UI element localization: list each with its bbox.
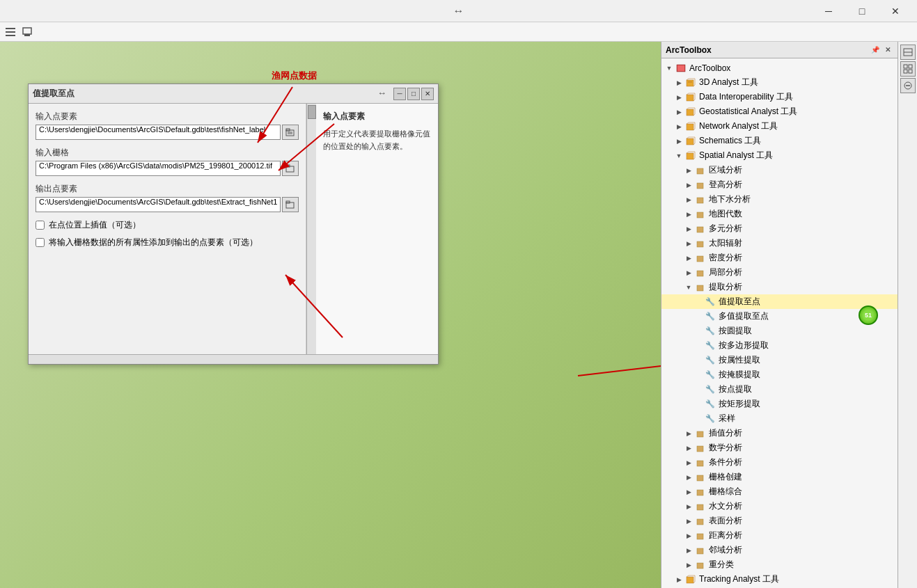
toolbox-pin-btn[interactable]: 📌 bbox=[870, 45, 881, 56]
tree-item-extract-circle[interactable]: 🔧 按圆提取 bbox=[661, 324, 898, 338]
tree-item-density[interactable]: ▶ 密度分析 bbox=[661, 251, 898, 265]
tree-item-extract-point2[interactable]: 🔧 按点提取 bbox=[661, 382, 898, 397]
dialog-close-btn[interactable]: ✕ bbox=[421, 88, 434, 100]
label-conditional: 条件分析 bbox=[709, 456, 742, 468]
tree-item-distance[interactable]: ▶ 距离分析 bbox=[661, 528, 898, 543]
minimize-button[interactable]: ─ bbox=[813, 1, 845, 21]
expand-conditional[interactable]: ▶ bbox=[684, 458, 693, 468]
expand-geo[interactable]: ▶ bbox=[674, 107, 684, 117]
tree-item-extract[interactable]: ▼ 提取分析 bbox=[661, 280, 898, 294]
expand-interpolation[interactable]: ▶ bbox=[684, 429, 693, 438]
right-panel-btn2[interactable] bbox=[900, 61, 916, 77]
label-extract-mask: 按掩膜提取 bbox=[719, 369, 760, 381]
expand-map-algebra[interactable]: ▶ bbox=[684, 209, 693, 219]
tree-item-interpolation[interactable]: ▶ 插值分析 bbox=[661, 426, 898, 440]
input-point-browse-btn[interactable] bbox=[282, 125, 299, 140]
tree-item-surface[interactable]: ▶ 表面分析 bbox=[661, 514, 898, 528]
expand-math[interactable]: ▶ bbox=[684, 443, 693, 453]
expand-arctoolbox[interactable]: ▼ bbox=[664, 63, 674, 73]
expand-schematics[interactable]: ▶ bbox=[674, 136, 684, 146]
expand-surface[interactable]: ▶ bbox=[684, 516, 693, 526]
expand-raster-create[interactable]: ▶ bbox=[684, 472, 693, 482]
expand-extract[interactable]: ▼ bbox=[684, 283, 693, 292]
expand-hydrology[interactable]: ▶ bbox=[684, 502, 693, 511]
tree-item-local[interactable]: ▶ 局部分析 bbox=[661, 265, 898, 280]
expand-multivariate[interactable]: ▶ bbox=[684, 224, 693, 234]
map-area[interactable]: 渔网点数据 栅格数据 输出数据 bbox=[0, 42, 661, 588]
tree-item-tracking[interactable]: ▶ Tracking Analyst 工具 bbox=[661, 572, 898, 587]
window-close-button[interactable]: ✕ bbox=[879, 1, 911, 21]
output-point-browse-btn[interactable] bbox=[282, 197, 299, 212]
expand-tracking[interactable]: ▶ bbox=[674, 575, 684, 585]
tree-item-geostatistical[interactable]: ▶ Geostatistical Analyst 工具 bbox=[661, 104, 898, 119]
toolbar-menu-icon[interactable] bbox=[3, 24, 18, 40]
toolbar-icon-2[interactable] bbox=[19, 24, 35, 40]
expand-density[interactable]: ▶ bbox=[684, 253, 693, 263]
tree-item-hydrology[interactable]: ▶ 水文分析 bbox=[661, 499, 898, 514]
input-raster-field[interactable]: C:\Program Files (x86)\ArcGIS\data\modis… bbox=[36, 161, 281, 176]
expand-climb[interactable]: ▶ bbox=[684, 180, 693, 190]
icon-extract-point: 🔧 bbox=[705, 296, 716, 308]
maximize-button[interactable]: □ bbox=[846, 1, 878, 21]
tree-item-schematics[interactable]: ▶ Schematics 工具 bbox=[661, 134, 898, 148]
dialog-minimize-btn[interactable]: ─ bbox=[393, 88, 406, 100]
tree-item-3d-analyst[interactable]: ▶ 3D Analyst 工具 bbox=[661, 75, 898, 90]
dialog-scrollbar-thumb[interactable] bbox=[308, 105, 316, 119]
tree-item-data-interop[interactable]: ▶ Data Interoperability 工具 bbox=[661, 90, 898, 104]
tree-item-extract-rect[interactable]: 🔧 按矩形提取 bbox=[661, 397, 898, 411]
expand-raster-general[interactable]: ▶ bbox=[684, 487, 693, 497]
expand-solar[interactable]: ▶ bbox=[684, 239, 693, 248]
tree-item-spatial-analyst[interactable]: ▼ Spatial Analyst 工具 bbox=[661, 148, 898, 163]
expand-neighbor[interactable]: ▶ bbox=[684, 546, 693, 555]
tree-item-raster-general[interactable]: ▶ 栅格综合 bbox=[661, 484, 898, 499]
expand-groundwater[interactable]: ▶ bbox=[684, 195, 693, 205]
fishnet-annotation: 渔网点数据 bbox=[272, 70, 317, 82]
tree-item-arctoolbox[interactable]: ▼ ArcToolbox bbox=[661, 61, 898, 75]
expand-network[interactable]: ▶ bbox=[674, 122, 684, 132]
expand-spatial[interactable]: ▼ bbox=[674, 151, 684, 161]
dialog-bottom-scrollbar[interactable] bbox=[29, 354, 438, 364]
tree-item-conditional[interactable]: ▶ 条件分析 bbox=[661, 455, 898, 470]
right-panel-btn1[interactable] bbox=[900, 45, 916, 60]
dialog-scrollbar[interactable] bbox=[306, 104, 316, 354]
tree-item-multivariate[interactable]: ▶ 多元分析 bbox=[661, 221, 898, 236]
input-raster-browse-btn[interactable] bbox=[282, 161, 299, 176]
icon-extract bbox=[695, 282, 706, 293]
label-arctoolbox: ArcToolbox bbox=[689, 63, 730, 73]
output-point-field[interactable]: C:\Users\dengjie\Documents\ArcGIS\Defaul… bbox=[36, 197, 281, 212]
tree-item-extract-mask[interactable]: 🔧 按掩膜提取 bbox=[661, 367, 898, 382]
toolbox-close-btn[interactable]: ✕ bbox=[882, 45, 893, 56]
checkbox1[interactable] bbox=[36, 221, 45, 230]
right-panel-btn3[interactable] bbox=[900, 78, 916, 93]
tree-item-sample[interactable]: 🔧 采样 bbox=[661, 411, 898, 426]
dialog-titlebar[interactable]: 值提取至点 ↔ ─ □ ✕ bbox=[29, 84, 438, 104]
icon-arctoolbox bbox=[675, 63, 687, 74]
input-point-field[interactable]: C:\Users\dengjie\Documents\ArcGIS\Defaul… bbox=[36, 125, 281, 140]
tree-item-groundwater[interactable]: ▶ 地下水分析 bbox=[661, 192, 898, 207]
tree-item-climb[interactable]: ▶ 登高分析 bbox=[661, 177, 898, 192]
expand-reclassify[interactable]: ▶ bbox=[684, 560, 693, 570]
svg-rect-30 bbox=[697, 212, 703, 218]
tree-item-raster-create[interactable]: ▶ 栅格创建 bbox=[661, 470, 898, 484]
tree-item-solar[interactable]: ▶ 太阳辐射 bbox=[661, 236, 898, 251]
tree-item-extract-attribute[interactable]: 🔧 按属性提取 bbox=[661, 353, 898, 367]
dialog-maximize-btn[interactable]: □ bbox=[407, 88, 420, 100]
expand-3d[interactable]: ▶ bbox=[674, 78, 684, 88]
checkbox2[interactable] bbox=[36, 238, 45, 247]
expand-local[interactable]: ▶ bbox=[684, 268, 693, 278]
icon-extract-polygon: 🔧 bbox=[705, 340, 716, 351]
tree-item-neighbor[interactable]: ▶ 邻域分析 bbox=[661, 543, 898, 557]
tree-item-reclassify[interactable]: ▶ 重分类 bbox=[661, 557, 898, 572]
expand-datainterop[interactable]: ▶ bbox=[674, 93, 684, 102]
svg-rect-44 bbox=[697, 548, 703, 554]
dialog-controls: ↔ ─ □ ✕ bbox=[377, 88, 434, 100]
tree-item-network[interactable]: ▶ Network Analyst 工具 bbox=[661, 119, 898, 134]
tree-item-zone[interactable]: ▶ 区域分析 bbox=[661, 163, 898, 177]
checkbox1-label: 在点位置上插值（可选） bbox=[49, 219, 141, 231]
tree-item-map-algebra[interactable]: ▶ 地图代数 bbox=[661, 207, 898, 221]
expand-distance[interactable]: ▶ bbox=[684, 531, 693, 541]
tree-item-math[interactable]: ▶ 数学分析 bbox=[661, 440, 898, 455]
expand-zone[interactable]: ▶ bbox=[684, 166, 693, 175]
tree-item-extract-polygon[interactable]: 🔧 按多边形提取 bbox=[661, 338, 898, 353]
toolbox-tree[interactable]: ▼ ArcToolbox ▶ bbox=[661, 58, 898, 588]
